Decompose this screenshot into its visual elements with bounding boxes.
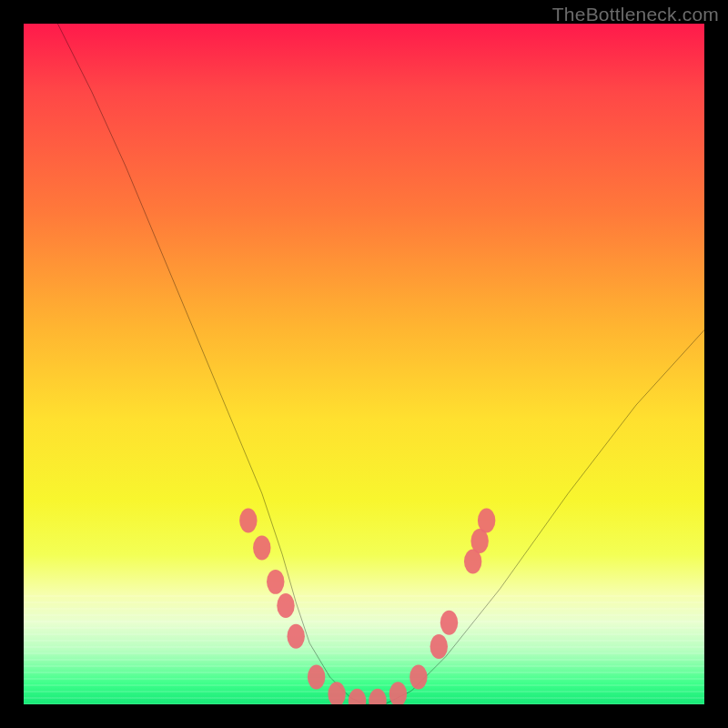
marker-dot xyxy=(267,570,284,594)
marker-dot xyxy=(253,535,270,560)
marker-dot xyxy=(349,689,366,704)
marker-dot xyxy=(430,634,448,659)
marker-dot xyxy=(478,509,495,533)
marker-dot xyxy=(389,682,407,704)
marker-dot xyxy=(239,509,257,533)
marker-dot xyxy=(277,593,294,618)
marker-dot xyxy=(308,665,325,690)
watermark-text: TheBottleneck.com xyxy=(552,4,719,25)
chart-frame: TheBottleneck.com xyxy=(0,0,728,728)
curve-svg xyxy=(24,24,704,704)
marker-dot xyxy=(440,611,458,635)
plot-area xyxy=(24,24,704,704)
marker-dot xyxy=(410,665,427,690)
bottleneck-curve-path xyxy=(57,24,704,704)
marker-dot xyxy=(328,682,345,704)
marker-group xyxy=(239,509,495,704)
marker-dot xyxy=(287,624,304,649)
marker-dot xyxy=(369,689,386,704)
